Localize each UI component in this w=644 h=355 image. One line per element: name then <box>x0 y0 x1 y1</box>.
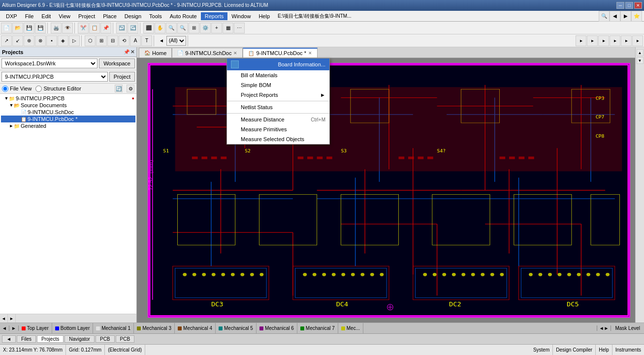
tb-print[interactable]: 🖨️ <box>51 23 62 33</box>
tb2-right-2[interactable]: ▸ <box>587 35 598 46</box>
project-dropdown[interactable]: 9-INTMCU.PRJPCB <box>1 72 108 82</box>
menu-item-bom[interactable]: Bill of Materials <box>227 70 329 80</box>
tb-more1[interactable]: + <box>211 23 222 33</box>
tb-zoom-out[interactable]: 🔍 <box>177 23 188 33</box>
layer-tab-mech3[interactable]: Mechanical 3 <box>134 323 175 333</box>
tab-pcbdoc[interactable]: 📋 9-INTMCU.PcbDoc * ✕ <box>243 48 317 58</box>
close-button[interactable]: ✕ <box>634 2 642 9</box>
layer-scroll-right[interactable]: ► <box>9 325 19 331</box>
tb2-2[interactable]: ↙ <box>12 35 23 46</box>
tb2-4[interactable]: ⊗ <box>35 35 46 46</box>
menu-autoroute[interactable]: Auto Route <box>166 12 201 20</box>
view-config-btn[interactable]: ⚙ <box>127 85 134 92</box>
menu-help[interactable]: Help <box>255 12 274 20</box>
menu-reports[interactable]: Reports <box>201 12 228 20</box>
tree-expand-project[interactable]: ▼ <box>4 96 9 101</box>
structure-editor-radio[interactable]: Structure Editor <box>35 86 81 92</box>
nav-arrow-left[interactable]: ◄ <box>0 314 8 323</box>
tb2-8[interactable]: ⬡ <box>85 35 96 46</box>
menu-dxp[interactable]: DXP <box>2 12 21 20</box>
menu-item-netlist-status[interactable]: Netlist Status <box>227 102 329 112</box>
tree-item-pcbdoc[interactable]: 📋 9-INTMCU.PcbDoc * <box>1 116 135 122</box>
minimize-button[interactable]: ─ <box>616 2 624 9</box>
workspace-dropdown[interactable]: Workspace1.DsnWrk <box>1 59 97 68</box>
menu-item-measure-primitives[interactable]: Measure Primitives <box>227 124 329 134</box>
layer-tab-mech4[interactable]: Mechanical 4 <box>175 323 216 333</box>
layer-dropdown[interactable]: (All) <box>166 36 186 46</box>
menu-project[interactable]: Project <box>74 12 99 20</box>
tb2-right-3[interactable]: ▸ <box>598 35 609 46</box>
canvas-area[interactable]: DC3 DC4 DC2 DC5 S1 S2 S3 S4? CP3 CP7 CP8 <box>137 58 635 323</box>
layer-tab-mech1[interactable]: Mechanical 1 <box>93 323 134 333</box>
bp-arrow-left[interactable]: ◄ <box>2 335 16 343</box>
tb2-12[interactable]: A <box>130 35 141 46</box>
panel-pin-btn[interactable]: 📌 <box>124 49 129 55</box>
tb-saveall[interactable]: 💾 <box>35 23 46 33</box>
workspace-button[interactable]: Workspace <box>99 59 135 68</box>
tb-filter[interactable]: ⚙️ <box>200 23 211 33</box>
tb-more3[interactable]: ⋯ <box>234 23 245 33</box>
toolbar-extra-3[interactable]: ▶ <box>620 11 631 22</box>
tb2-right-6[interactable]: ▸ <box>632 35 643 46</box>
tb-new[interactable]: 📄 <box>1 23 12 33</box>
menu-item-simple-bom[interactable]: Simple BOM <box>227 80 329 90</box>
menu-place[interactable]: Place <box>99 12 121 20</box>
tb2-1[interactable]: ↗ <box>1 35 12 46</box>
tree-expand-source[interactable]: ▼ <box>9 103 14 108</box>
layer-tab-mech-more[interactable]: Mec... <box>338 323 363 333</box>
layer-nav-arrows[interactable]: ◄► <box>597 325 611 331</box>
project-button[interactable]: Project <box>109 72 135 82</box>
tb2-right-5[interactable]: ▸ <box>621 35 632 46</box>
menu-tools[interactable]: Tools <box>145 12 166 20</box>
tb-select[interactable]: ⬛ <box>143 23 154 33</box>
file-view-radio[interactable]: File View <box>2 86 32 92</box>
nav-arrow-right[interactable]: ► <box>8 314 16 323</box>
sch-tab-close[interactable]: ✕ <box>233 51 237 56</box>
tb-move[interactable]: ✋ <box>155 23 165 33</box>
tb2-6[interactable]: ◈ <box>58 35 68 46</box>
bp-tab-pcb2[interactable]: PCB <box>116 335 135 343</box>
tree-item-source-docs[interactable]: ▼ 📂 Source Documents <box>1 102 135 109</box>
layer-tab-mech6[interactable]: Mechanical 6 <box>257 323 297 333</box>
tb2-11[interactable]: ⟲ <box>119 35 129 46</box>
tree-expand-generated[interactable]: ► <box>9 123 14 128</box>
tb-more2[interactable]: ▦ <box>223 23 233 33</box>
tree-item-generated[interactable]: ► 📁 Generated <box>1 122 135 129</box>
toolbar-extra-4[interactable]: ⭐ <box>631 11 642 22</box>
layer-tab-mech7[interactable]: Mechanical 7 <box>297 323 338 333</box>
menu-design[interactable]: Design <box>121 12 145 20</box>
status-system[interactable]: System <box>530 345 553 355</box>
bp-tab-files[interactable]: Files <box>17 335 36 343</box>
menu-item-board-info[interactable]: Board Information... <box>227 59 329 70</box>
tb2-5[interactable]: ▪ <box>46 35 57 46</box>
bp-tab-navigator[interactable]: Navigator <box>64 335 95 343</box>
tb-cut[interactable]: ✂️ <box>78 23 89 33</box>
tb-zoom-in[interactable]: 🔍 <box>166 23 177 33</box>
menu-file[interactable]: File <box>21 12 38 20</box>
status-help[interactable]: Help <box>596 345 612 355</box>
tb-paste[interactable]: 📌 <box>100 23 111 33</box>
status-design-compiler[interactable]: Design Compiler <box>553 345 596 355</box>
tb2-9[interactable]: ⊞ <box>96 35 107 46</box>
tb-save[interactable]: 💾 <box>24 23 34 33</box>
tb2-3[interactable]: ⊕ <box>24 35 34 46</box>
tb-undo[interactable]: ↩️ <box>116 23 127 33</box>
menu-item-measure-selected[interactable]: Measure Selected Objects <box>227 134 329 144</box>
tree-item-schdoc[interactable]: 📄 9-INTMCU.SchDoc <box>1 109 135 116</box>
panel-close-btn[interactable]: ✕ <box>130 49 134 55</box>
tb-printprev[interactable]: 👁️ <box>62 23 73 33</box>
menu-view[interactable]: View <box>55 12 74 20</box>
tb-redo[interactable]: ↪️ <box>128 23 138 33</box>
layer-tab-bottom[interactable]: Bottom Layer <box>52 323 93 333</box>
tb2-right-4[interactable]: ▸ <box>610 35 620 46</box>
tb2-7[interactable]: ▷ <box>69 35 80 46</box>
pcb-board[interactable]: DC3 DC4 DC2 DC5 S1 S2 S3 S4? CP3 CP7 CP8 <box>148 63 630 318</box>
menu-edit[interactable]: Edit <box>37 12 55 20</box>
tab-schdoc[interactable]: 📄 9-INTMCU.SchDoc ✕ <box>172 48 243 58</box>
layer-tab-mech5[interactable]: Mechanical 5 <box>216 323 257 333</box>
menu-path[interactable]: E:\项目七集\转接板合集\9-INTM... <box>274 12 355 21</box>
menu-window[interactable]: Window <box>227 12 255 20</box>
tab-home[interactable]: 🏠 Home <box>139 48 172 58</box>
toolbar-extra-1[interactable]: 🔍 <box>599 11 610 22</box>
pcb-tab-close[interactable]: ✕ <box>308 51 312 56</box>
